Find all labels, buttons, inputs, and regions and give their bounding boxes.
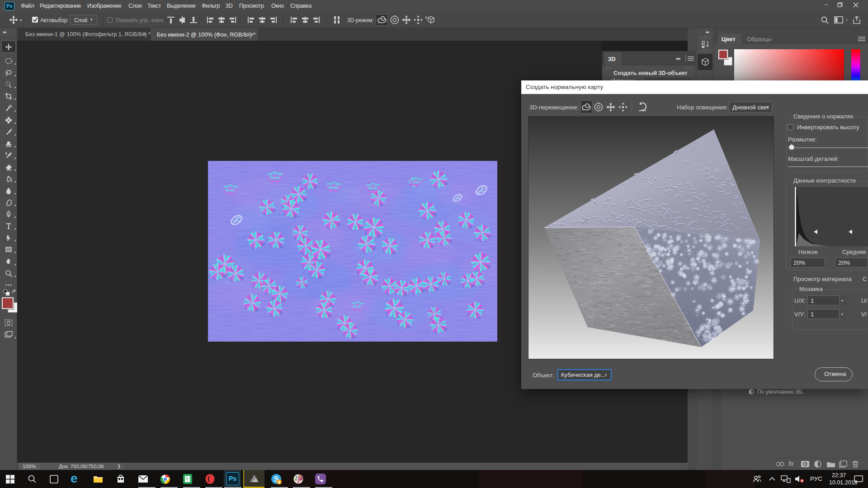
svg-text:4: 4	[278, 480, 280, 484]
